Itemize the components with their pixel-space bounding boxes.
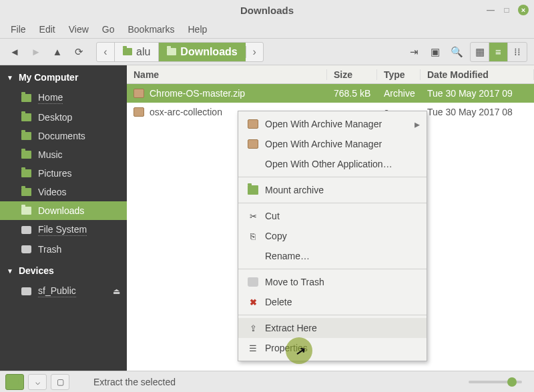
blank-icon [248, 159, 258, 169]
extract-icon: ⇪ [248, 323, 258, 333]
file-size: 768.5 kB [327, 88, 377, 99]
col-size[interactable]: Size [327, 69, 377, 80]
menu-help[interactable]: Help [182, 22, 214, 37]
sidebar-tree-toggle[interactable]: ⌵ [28, 374, 47, 390]
folder-icon [21, 113, 31, 121]
copy-icon: ⎘ [248, 231, 258, 241]
sidebar-item-documents[interactable]: Documents [0, 127, 127, 145]
maximize-button[interactable]: □ [502, 5, 511, 15]
cm-mount-archive[interactable]: Mount archive [238, 180, 427, 200]
close-sidebar-button[interactable]: ▢ [51, 374, 69, 390]
sidebar-item-pictures[interactable]: Pictures [0, 164, 127, 183]
sidebar-item-music[interactable]: Music [0, 145, 127, 164]
drive-icon [21, 226, 31, 234]
cm-label: Open With Archive Manager [265, 119, 382, 129]
cm-label: Mount archive [265, 185, 324, 195]
folder-icon [123, 48, 132, 55]
separator [238, 177, 427, 177]
view-mode-group: ▦ ≡ ⁞⁞ [470, 42, 527, 62]
menu-bookmarks[interactable]: Bookmarks [121, 22, 181, 37]
icon-view-button[interactable]: ▦ [471, 43, 489, 61]
status-text: Extract the selected [93, 377, 176, 387]
sidebar-group-label: Devices [19, 265, 54, 276]
col-date[interactable]: Date Modified [421, 69, 534, 80]
column-headers: Name Size Type Date Modified [127, 65, 534, 84]
archive-icon [248, 139, 258, 149]
archive-icon [134, 89, 144, 98]
search-button[interactable]: 🔍 [449, 44, 465, 60]
folder-icon [21, 151, 31, 159]
cm-label: Extract Here [265, 323, 317, 333]
folder-icon [248, 185, 258, 195]
folder-icon [21, 207, 31, 215]
cm-rename[interactable]: Rename… [238, 246, 427, 266]
window-controls: — □ × [486, 5, 529, 15]
sidebar-item-label: Desktop [38, 112, 72, 123]
folder-icon [11, 379, 18, 385]
sidebar-item-videos[interactable]: Videos [0, 183, 127, 201]
sidebar-item-label: Pictures [38, 168, 72, 179]
path-label: Downloads [180, 46, 237, 58]
sidebar-item-home[interactable]: Home [0, 88, 127, 108]
folder-icon [21, 169, 31, 177]
sidebar-item-filesystem[interactable]: File System [0, 220, 127, 240]
cm-copy[interactable]: ⎘Copy [238, 226, 427, 246]
cm-move-to-trash[interactable]: Move to Trash [238, 272, 427, 292]
sidebar-item-label: Trash [38, 244, 61, 255]
menu-file[interactable]: File [4, 22, 33, 37]
sidebar-group-devices[interactable]: ▼ Devices [0, 259, 127, 281]
delete-icon: ✖ [248, 297, 258, 307]
sidebar-item-trash[interactable]: Trash [0, 240, 127, 259]
zoom-slider[interactable] [469, 381, 522, 383]
cm-open-archive-manager-default[interactable]: Open With Archive Manager▸ [238, 114, 427, 134]
close-button[interactable]: × [518, 5, 529, 15]
eject-icon[interactable]: ⏏ [113, 287, 120, 296]
new-terminal-button[interactable]: ▣ [427, 44, 443, 60]
context-menu: Open With Archive Manager▸ Open With Arc… [238, 111, 427, 361]
sidebar-item-desktop[interactable]: Desktop [0, 108, 127, 127]
reload-button[interactable]: ⟳ [71, 44, 87, 60]
path-next-button[interactable]: › [246, 46, 263, 58]
cm-properties[interactable]: ☰Properties [238, 338, 427, 358]
file-row[interactable]: Chrome-OS-master.zip 768.5 kB Archive Tu… [127, 84, 534, 103]
menu-go[interactable]: Go [95, 22, 121, 37]
sidebar-group-my-computer[interactable]: ▼ My Computer [0, 65, 127, 88]
cm-delete[interactable]: ✖Delete [238, 292, 427, 312]
path-prev-button[interactable]: ‹ [97, 46, 114, 58]
file-type: Archive [377, 88, 421, 99]
location-toggle-button[interactable]: ⇥ [406, 44, 422, 60]
submenu-arrow-icon: ▸ [415, 118, 420, 131]
minimize-button[interactable]: — [486, 5, 495, 15]
path-segment-downloads[interactable]: Downloads [158, 43, 245, 61]
menubar: File Edit View Go Bookmarks Help [0, 20, 534, 39]
back-button[interactable]: ◄ [7, 44, 23, 60]
folder-icon [21, 132, 31, 140]
cm-cut[interactable]: ✂Cut [238, 206, 427, 226]
sidebar-item-label: Videos [38, 187, 67, 197]
up-button[interactable]: ▲ [49, 44, 65, 60]
separator [238, 269, 427, 269]
sidebar-item-label: Music [38, 149, 63, 160]
col-type[interactable]: Type [377, 69, 421, 80]
file-date: Tue 30 May 2017 08 [421, 107, 534, 117]
file-name: osx-arc-collection [150, 107, 222, 117]
cm-open-other[interactable]: Open With Other Application… [238, 154, 427, 174]
col-name[interactable]: Name [127, 69, 327, 80]
compact-view-button[interactable]: ⁞⁞ [508, 43, 527, 61]
cm-open-archive-manager[interactable]: Open With Archive Manager [238, 134, 427, 154]
separator [238, 203, 427, 203]
folder-icon [167, 48, 176, 55]
sidebar-places-toggle[interactable] [5, 374, 24, 390]
file-date: Tue 30 May 2017 09 [421, 88, 534, 99]
cm-label: Move to Trash [265, 277, 324, 287]
menu-view[interactable]: View [62, 22, 95, 37]
menu-edit[interactable]: Edit [33, 22, 62, 37]
cm-label: Properties [265, 343, 308, 353]
path-segment-alu[interactable]: alu [114, 43, 158, 61]
list-view-button[interactable]: ≡ [489, 43, 508, 61]
sidebar-item-label: Home [38, 92, 63, 104]
trash-icon [21, 245, 31, 253]
sidebar-item-downloads[interactable]: Downloads [0, 201, 127, 220]
cm-extract-here[interactable]: ⇪Extract Here [238, 318, 427, 338]
sidebar-item-sf-public[interactable]: sf_Public⏏ [0, 281, 127, 301]
